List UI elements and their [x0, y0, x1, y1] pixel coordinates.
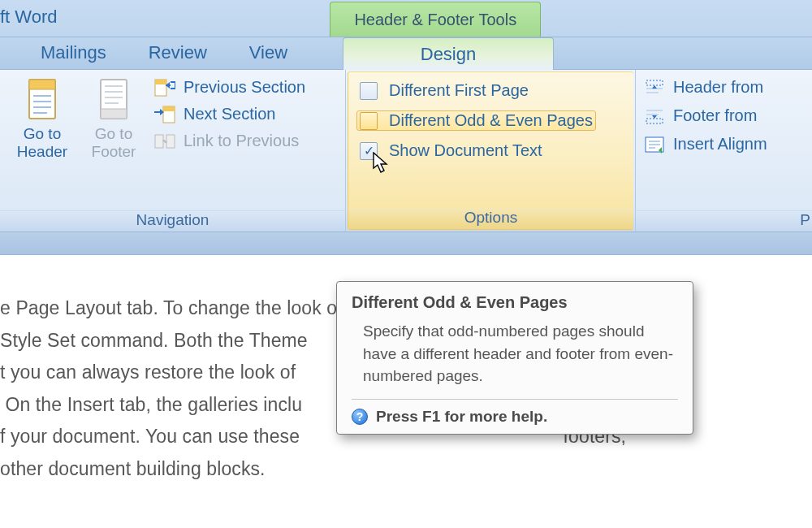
insert-alignment-tab-button[interactable]: Insert Alignm: [644, 135, 767, 154]
svg-marker-23: [652, 85, 657, 89]
different-first-page-checkbox[interactable]: Different First Page: [356, 80, 596, 101]
checkbox-icon: ✓: [360, 142, 378, 160]
tab-view[interactable]: View: [228, 37, 309, 69]
different-odd-even-label: Different Odd & Even Pages: [389, 111, 593, 130]
group-navigation-caption: Navigation: [0, 210, 345, 232]
go-to-footer-label: Go to Footer: [92, 125, 136, 161]
group-position-caption: P: [636, 210, 812, 232]
page-footer-icon: [96, 76, 132, 122]
svg-rect-1: [29, 80, 55, 89]
tooltip-divider: [352, 399, 678, 400]
svg-rect-19: [166, 135, 175, 148]
header-from-top-button[interactable]: Header from: [644, 78, 767, 97]
go-to-footer-button[interactable]: Go to Footer: [78, 75, 149, 161]
doc-line: other document building blocks.: [0, 453, 810, 486]
next-section-button[interactable]: Next Section: [154, 105, 305, 123]
different-first-page-label: Different First Page: [389, 81, 529, 100]
svg-rect-16: [163, 106, 175, 111]
show-document-text-checkbox[interactable]: ✓ Show Document Text: [356, 141, 596, 161]
previous-section-button[interactable]: Previous Section: [154, 78, 305, 97]
tab-review[interactable]: Review: [127, 37, 228, 69]
tooltip-help-row: ? Press F1 for more help.: [352, 408, 678, 426]
svg-rect-26: [646, 119, 663, 123]
contextual-tools-label: Header & Footer Tools: [330, 2, 541, 37]
page-header-icon: [24, 76, 60, 122]
checkbox-icon: [360, 82, 378, 100]
footer-from-bottom-icon: [644, 107, 665, 125]
tooltip: Different Odd & Even Pages Specify that …: [336, 281, 693, 435]
footer-from-bottom-button[interactable]: Footer from: [644, 106, 767, 125]
group-options-caption: Options: [348, 208, 633, 229]
group-position: Header from Footer from Insert Alignm P: [635, 70, 812, 232]
insert-alignment-label: Insert Alignm: [673, 135, 767, 154]
go-to-header-button[interactable]: Go to Header: [6, 75, 78, 161]
different-odd-even-checkbox[interactable]: Different Odd & Even Pages: [356, 110, 596, 131]
previous-section-label: Previous Section: [184, 78, 305, 97]
tooltip-body: Specify that odd-numbered pages should h…: [352, 320, 678, 387]
svg-rect-20: [646, 80, 663, 85]
tab-mailings[interactable]: Mailings: [0, 37, 127, 69]
group-navigation: Go to Header Go to Footer Previous Secti…: [0, 70, 346, 232]
header-from-top-icon: [644, 79, 665, 97]
insert-alignment-icon: [644, 136, 665, 154]
link-to-previous-button[interactable]: Link to Previous: [154, 132, 305, 150]
svg-marker-27: [652, 115, 657, 119]
link-to-previous-label: Link to Previous: [184, 132, 299, 150]
show-document-text-label: Show Document Text: [389, 141, 542, 160]
svg-rect-13: [155, 80, 166, 84]
footer-from-bottom-label: Footer from: [673, 106, 757, 125]
next-section-label: Next Section: [184, 105, 275, 123]
title-bar: ft Word Header & Footer Tools: [0, 0, 812, 37]
ribbon: Go to Header Go to Footer Previous Secti…: [0, 70, 812, 232]
ruler-strip: [0, 232, 812, 255]
tab-design[interactable]: Design: [343, 37, 554, 70]
tooltip-help-text: Press F1 for more help.: [376, 408, 547, 426]
svg-rect-18: [155, 135, 163, 148]
checkbox-icon: [360, 112, 378, 130]
svg-rect-7: [101, 109, 127, 119]
go-to-header-label: Go to Header: [17, 125, 67, 161]
previous-section-icon: [154, 79, 175, 97]
help-icon: ?: [352, 409, 368, 425]
next-section-icon: [154, 106, 175, 123]
header-from-top-label: Header from: [673, 78, 763, 97]
link-to-previous-icon: [154, 132, 175, 150]
group-options: Different First Page Different Odd & Eve…: [348, 71, 633, 230]
ribbon-tabstrip: Mailings Review View Design: [0, 37, 812, 70]
tooltip-title: Different Odd & Even Pages: [352, 293, 678, 312]
app-title: ft Word: [0, 0, 330, 37]
